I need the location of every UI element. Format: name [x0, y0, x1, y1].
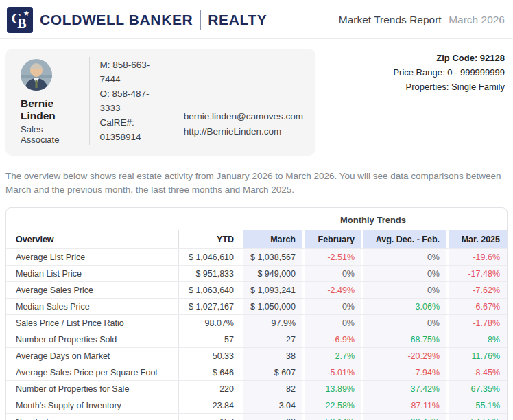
row-cell: 0% — [361, 315, 446, 331]
row-cell: -6.9% — [302, 331, 361, 347]
criteria-property-type: Properties: Single Family — [393, 80, 505, 95]
row-label: New Listings — [6, 414, 179, 420]
agent-title: Sales Associate — [21, 124, 78, 145]
table-row: Median Sales Price $ 1,027,167 $ 1,050,0… — [6, 298, 507, 314]
row-label: Median Sales Price — [6, 299, 179, 314]
criteria-price-range: Price Range: 0 - 999999999 — [393, 66, 505, 80]
row-cell: $ 1,046,610 — [179, 249, 241, 265]
table-header-row: Overview YTD March February Avg. Dec. - … — [6, 230, 507, 248]
row-label: Sales Price / List Price Ratio — [6, 315, 179, 331]
column-header-mar-2025: Mar. 2025 — [446, 230, 507, 248]
column-header-february: February — [302, 230, 361, 248]
agent-contact-numbers: M: 858-663-7444 O: 858-487-3333 CalRE#: … — [89, 57, 173, 145]
table-row: Average List Price $ 1,046,610 $ 1,038,5… — [6, 248, 507, 265]
agent-avatar — [21, 59, 52, 91]
row-cell: 68.75% — [361, 331, 446, 347]
row-cell: 8% — [446, 331, 507, 347]
row-cell: 50.33 — [179, 348, 241, 364]
table-row: Average Days on Market 50.33 38 2.7% -20… — [6, 347, 507, 364]
row-cell: -6.67% — [446, 299, 507, 314]
table-group-header-row: Monthly Trends — [6, 208, 507, 230]
table-body: Average List Price $ 1,046,610 $ 1,038,5… — [6, 248, 507, 420]
row-cell: -2.49% — [302, 282, 361, 298]
row-cell: 157 — [179, 414, 241, 420]
report-title: Market Trends Report — [339, 14, 442, 25]
row-cell: -1.78% — [446, 315, 507, 331]
row-cell: -8.45% — [446, 364, 507, 380]
row-cell: 98.07% — [179, 315, 241, 331]
row-cell: $ 1,063,640 — [179, 282, 241, 298]
column-header-avg-dec-feb: Avg. Dec. - Feb. — [361, 230, 446, 248]
monthly-trends-label: Monthly Trends — [239, 215, 507, 225]
report-heading: Market Trends Report March 2026 — [339, 14, 505, 26]
agent-office: O: 858-487-3333 — [99, 87, 163, 116]
row-cell: 3.06% — [361, 299, 446, 314]
row-cell: 82 — [241, 381, 302, 397]
row-cell: $ 1,093,241 — [241, 282, 302, 298]
row-cell: 37.42% — [361, 381, 446, 397]
row-cell: 23.84 — [179, 397, 241, 413]
group-header-spacer — [6, 215, 239, 225]
agent-links: bernie.linden@camoves.com http://BernieL… — [174, 108, 303, 144]
row-cell: 220 — [179, 381, 241, 397]
row-label: Average Sales Price per Square Foot — [6, 364, 179, 380]
row-cell: $ 607 — [241, 364, 302, 380]
agent-website-link[interactable]: http://BernieLinden.com — [184, 124, 303, 139]
row-cell: -2.51% — [302, 249, 361, 265]
table-row: Number of Properties for Sale 220 82 13.… — [6, 380, 507, 397]
row-cell: 22.58% — [302, 397, 361, 413]
table-row: Sales Price / List Price Ratio 98.07% 97… — [6, 314, 507, 331]
table-row: New Listings 157 68 58.14% 92.47% 54.55% — [6, 413, 507, 420]
row-cell: -7.62% — [446, 282, 507, 298]
info-row: Bernie Linden Sales Associate M: 858-663… — [0, 39, 513, 156]
svg-text:★: ★ — [23, 10, 29, 17]
row-cell: $ 1,050,000 — [241, 299, 302, 314]
row-cell: 27 — [241, 331, 302, 347]
column-header-ytd: YTD — [179, 230, 241, 248]
row-cell: 2.7% — [302, 348, 361, 364]
market-trends-table: Monthly Trends Overview YTD March Februa… — [5, 207, 508, 420]
brand-division: REALTY — [208, 12, 267, 28]
row-cell: 92.47% — [361, 414, 446, 420]
row-label: Average Days on Market — [6, 348, 179, 364]
agent-mobile: M: 858-663-7444 — [99, 58, 163, 87]
agent-email-link[interactable]: bernie.linden@camoves.com — [184, 109, 303, 124]
row-cell: $ 949,000 — [241, 266, 302, 281]
row-cell: $ 646 — [179, 364, 241, 380]
row-cell: $ 951,833 — [179, 266, 241, 281]
overview-description: The overview below shows real estate act… — [0, 156, 509, 198]
row-cell: 68 — [241, 414, 302, 420]
row-cell: 0% — [361, 282, 446, 298]
row-cell: 0% — [361, 249, 446, 265]
row-cell: 0% — [302, 299, 361, 314]
row-cell: 11.76% — [446, 348, 507, 364]
report-period: March 2026 — [449, 14, 505, 25]
row-cell: -5.01% — [302, 364, 361, 380]
row-cell: 3.04 — [241, 397, 302, 413]
row-cell: 57 — [179, 331, 241, 347]
table-row: Average Sales Price $ 1,063,640 $ 1,093,… — [6, 281, 507, 298]
criteria-zip-code: Zip Code: 92128 — [393, 51, 505, 66]
agent-identity: Bernie Linden Sales Associate — [21, 59, 78, 145]
table-row: Median List Price $ 951,833 $ 949,000 0%… — [6, 265, 507, 281]
brand-wordmark: COLDWELL BANKER REALTY — [40, 10, 267, 30]
row-cell: 55.1% — [446, 397, 507, 413]
row-cell: -17.48% — [446, 266, 507, 281]
table-row: Number of Properties Sold 57 27 -6.9% 68… — [6, 331, 507, 347]
row-cell: 13.89% — [302, 381, 361, 397]
row-label: Number of Properties Sold — [6, 331, 179, 347]
coldwell-banker-seal-icon: C B ★ — [7, 7, 33, 33]
row-cell: -87.11% — [361, 397, 446, 413]
row-cell: $ 1,027,167 — [179, 299, 241, 314]
row-cell: 58.14% — [302, 414, 361, 420]
column-header-overview: Overview — [6, 230, 179, 248]
column-header-march: March — [241, 230, 302, 248]
row-cell: 38 — [241, 348, 302, 364]
brand-logo: C B ★ COLDWELL BANKER REALTY — [7, 7, 267, 33]
row-cell: -20.29% — [361, 348, 446, 364]
row-cell: 0% — [302, 266, 361, 281]
row-label: Median List Price — [6, 266, 179, 281]
row-cell: 67.35% — [446, 381, 507, 397]
row-cell: 54.55% — [446, 414, 507, 420]
agent-name: Bernie Linden — [21, 97, 78, 122]
